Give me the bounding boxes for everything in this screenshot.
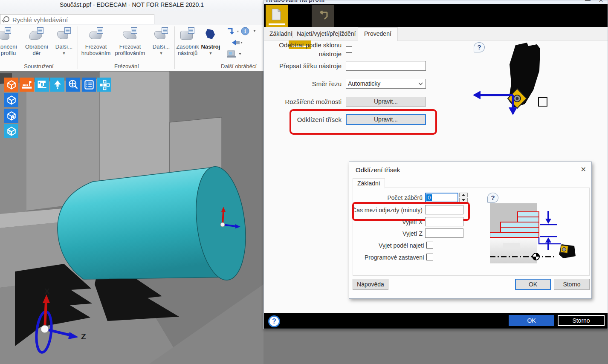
axis-x-label: X xyxy=(44,287,50,296)
dropdown-arrow-icon: ▼ xyxy=(52,51,76,55)
ribbon-button-dokonceni[interactable]: Dokončení dle profilu xyxy=(0,26,20,62)
ribbon-button-label: Nástroj xyxy=(199,43,223,50)
zoom-pan-icon[interactable] xyxy=(66,78,80,92)
return-arrow-icon[interactable] xyxy=(312,5,334,27)
mill-profiling-icon xyxy=(123,27,138,42)
dialog-title: Hrubování na profil xyxy=(266,0,325,3)
ribbon-button-frezovat-hrub[interactable]: Frézovat hrubováním xyxy=(79,26,113,62)
odebirat-checkbox[interactable] xyxy=(346,46,352,53)
napoveda-button[interactable]: Nápověda xyxy=(353,279,388,290)
tab-najeti[interactable]: Najetí/vyjetí/přejíždění xyxy=(293,30,360,37)
view-cube-section-icon[interactable] xyxy=(4,124,18,138)
mill-roughing-icon xyxy=(89,27,104,42)
ribbon-button-label: Dokončení dle profilu xyxy=(0,43,20,56)
chevron-down-icon xyxy=(418,82,423,86)
move-left-icon[interactable] xyxy=(226,38,243,47)
ribbon-button-label: Další... xyxy=(52,43,76,50)
ribbon-button-zasobnik[interactable]: Zásobník nástrojů xyxy=(176,26,200,62)
dropdown-arrow-icon: ▼ xyxy=(199,51,223,55)
odklizeni-upravit-button[interactable]: Upravit... xyxy=(346,114,426,125)
vyjeti-x-label: Vyjetí X xyxy=(349,219,423,225)
minimize-button[interactable]: — xyxy=(585,0,591,3)
document-icon[interactable] xyxy=(266,5,288,27)
view-iso-cube-icon[interactable] xyxy=(4,93,18,107)
more-milling-icon xyxy=(153,27,169,42)
subdialog-help-bubble-icon[interactable]: ? xyxy=(487,193,498,203)
dialog-toolbar xyxy=(264,4,608,27)
rozsirene-label: Rozšířené možnosti xyxy=(265,98,342,105)
ribbon-group-frezovani: Frézování xyxy=(79,63,174,69)
ribbon-button-dalsi-1[interactable]: Další... ▼ xyxy=(52,26,76,62)
quick-access-bar xyxy=(0,11,263,25)
smer-label: Směr řezu xyxy=(265,80,342,87)
subdialog-storno-button[interactable]: Storno xyxy=(554,279,590,290)
subdialog-illustration xyxy=(490,202,589,267)
prepsat-label: Přepsat šířku nástroje xyxy=(265,62,342,69)
close-button[interactable]: ✕ xyxy=(599,0,603,3)
cas-label: Čas mezi odjezdy (minuty) xyxy=(349,207,423,214)
vyjeti-z-label: Vyjetí Z xyxy=(349,230,423,237)
tab-zakladni[interactable]: Základní xyxy=(266,30,296,37)
tool-icon xyxy=(204,27,217,42)
ribbon-button-label: Obrábění děr xyxy=(21,43,52,56)
info-icon[interactable]: i xyxy=(240,26,258,36)
subdialog-odklizeni: Odklízení třísek ✕ Základní Počet záběrů… xyxy=(349,162,592,299)
axis-z-label: Z xyxy=(81,332,86,341)
vyjeti-z-input[interactable] xyxy=(425,228,463,238)
search-icon xyxy=(3,16,9,22)
ribbon-separator xyxy=(78,26,78,69)
subdialog-ok-button[interactable]: OK xyxy=(515,279,551,290)
close-icon[interactable]: ✕ xyxy=(581,165,586,173)
dialog-storno-button[interactable]: Storno xyxy=(558,315,605,326)
ribbon-button-nastroj[interactable]: Nástroj ▼ xyxy=(199,26,223,62)
ribbon-button-label: Zásobník nástrojů xyxy=(174,43,201,56)
rozsirene-upravit-button[interactable]: Upravit... xyxy=(346,97,426,107)
ribbon-button-label: Další... xyxy=(149,43,173,50)
cas-input[interactable] xyxy=(425,205,463,214)
program-label: Programové zastavení xyxy=(349,254,424,261)
spin-up-icon[interactable] xyxy=(459,193,468,197)
lathe-setup-icon[interactable] xyxy=(20,78,34,92)
ribbon-button-label: Frézovat hrubováním xyxy=(79,43,113,56)
help-circle-icon[interactable]: ? xyxy=(268,315,280,327)
tool-magazine-icon xyxy=(180,27,195,42)
tool-preview-image xyxy=(469,41,559,120)
pocet-value: 0 xyxy=(426,194,432,201)
machine-icon[interactable] xyxy=(35,78,49,92)
prepsat-input[interactable] xyxy=(346,61,426,71)
program-checkbox[interactable] xyxy=(426,254,433,260)
dialog-tab-strip: Základní Najetí/vyjetí/přejíždění Proved… xyxy=(264,27,608,40)
smer-select[interactable]: Automaticky xyxy=(346,79,426,89)
view-cube-hole-icon[interactable] xyxy=(4,109,18,123)
toolpath-down-icon[interactable] xyxy=(226,27,240,36)
search-input[interactable] xyxy=(12,15,150,24)
dialog-title-bar[interactable]: Hrubování na profil — ✕ xyxy=(264,0,608,4)
vyjeti-x-input[interactable] xyxy=(425,217,463,226)
spindle-tool-icon[interactable] xyxy=(50,78,64,92)
dialog-ok-button[interactable]: OK xyxy=(509,315,554,326)
odklizeni-label: Odklízení třísek xyxy=(265,116,342,123)
pocet-spinner[interactable] xyxy=(459,193,468,202)
stock-cube-icon[interactable] xyxy=(4,78,18,92)
vyjet-podel-checkbox[interactable] xyxy=(426,242,433,248)
title-bar: Součást.ppf - EDGECAM - NOT FOR RESALE 2… xyxy=(0,0,263,11)
ribbon-group-soustruzeni: Soustružení xyxy=(0,63,78,69)
feature-list-icon[interactable] xyxy=(82,78,96,92)
ribbon-button-label: Frézovat profilováním xyxy=(113,43,147,56)
turning-finish-icon xyxy=(0,27,12,42)
subdialog-title: Odklízení třísek xyxy=(356,166,400,173)
subdialog-tab-zakladni[interactable]: Základní xyxy=(353,178,385,188)
ribbon-button-dalsi-2[interactable]: Další... ▼ xyxy=(149,26,173,62)
ribbon-button-obrabeni-der[interactable]: Obrábění děr xyxy=(21,26,52,62)
app-root: { "window": { "title": "Součást.ppf - ED… xyxy=(0,0,608,364)
layout-grid-icon[interactable] xyxy=(97,78,111,92)
hole-machining-icon xyxy=(29,27,44,42)
tab-provedeni[interactable]: Provedení xyxy=(358,27,398,41)
odebirat-label: Odebírat podle sklonu nástroje xyxy=(265,40,342,58)
spin-down-icon[interactable] xyxy=(459,198,468,202)
ribbon-button-frezovat-prof[interactable]: Frézovat profilováním xyxy=(113,26,147,62)
smer-select-value: Automaticky xyxy=(348,80,380,87)
pocet-spinbox[interactable]: 0 xyxy=(425,193,458,202)
simulate-machine-icon[interactable] xyxy=(226,49,243,59)
search-box[interactable] xyxy=(0,14,154,24)
